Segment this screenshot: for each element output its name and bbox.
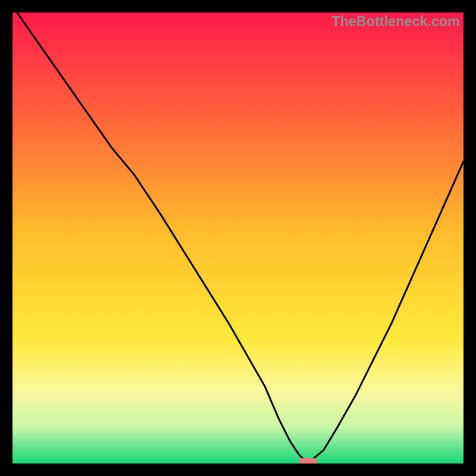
bottleneck-chart — [12, 12, 464, 464]
chart-frame: TheBottleneck.com — [12, 12, 464, 464]
gradient-background — [12, 12, 464, 464]
optimal-zone-marker — [299, 458, 318, 464]
watermark-text: TheBottleneck.com — [331, 14, 460, 30]
